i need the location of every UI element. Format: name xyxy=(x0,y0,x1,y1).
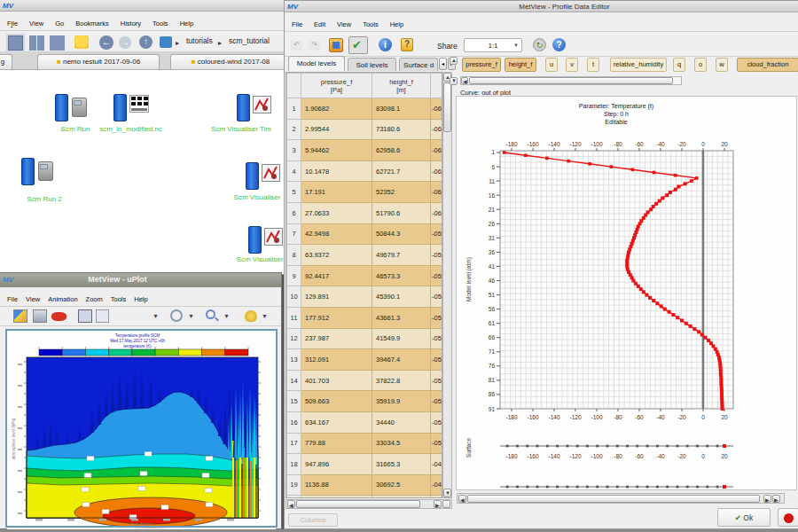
svg-text:81: 81 xyxy=(489,377,496,383)
svg-text:-160: -160 xyxy=(527,141,538,147)
svg-text:-120: -120 xyxy=(569,453,581,459)
svg-text:-160: -160 xyxy=(527,414,538,420)
svg-text:36: 36 xyxy=(489,249,496,255)
svg-text:-140: -140 xyxy=(548,453,559,459)
svg-text:16: 16 xyxy=(489,192,496,199)
svg-text:31: 31 xyxy=(489,235,496,241)
svg-text:-100: -100 xyxy=(591,141,602,147)
svg-text:20: 20 xyxy=(721,414,728,420)
svg-text:21: 21 xyxy=(489,207,496,213)
svg-text:56: 56 xyxy=(489,306,496,312)
svg-text:-180: -180 xyxy=(505,453,517,459)
svg-text:-120: -120 xyxy=(569,141,581,147)
svg-text:-20: -20 xyxy=(677,141,686,147)
svg-text:0: 0 xyxy=(701,141,705,147)
svg-text:-20: -20 xyxy=(677,414,686,420)
svg-text:-140: -140 xyxy=(548,414,559,420)
svg-text:20: 20 xyxy=(721,141,728,147)
svg-text:-100: -100 xyxy=(591,453,602,459)
svg-text:51: 51 xyxy=(489,292,496,298)
svg-text:Model level (atm): Model level (atm) xyxy=(466,257,473,301)
svg-text:-80: -80 xyxy=(614,414,622,420)
svg-text:26: 26 xyxy=(489,221,496,227)
svg-text:-100: -100 xyxy=(591,414,602,420)
svg-text:1: 1 xyxy=(491,149,495,155)
svg-text:-40: -40 xyxy=(656,453,665,459)
svg-text:-120: -120 xyxy=(569,414,581,420)
svg-text:-160: -160 xyxy=(527,453,538,459)
svg-text:-40: -40 xyxy=(656,414,665,420)
svg-text:6: 6 xyxy=(491,164,495,170)
svg-text:0: 0 xyxy=(701,414,705,420)
svg-text:-180: -180 xyxy=(505,414,517,420)
svg-text:Wed 17 May 2017 12 UTC +0h: Wed 17 May 2017 12 UTC +0h xyxy=(110,339,166,343)
svg-text:-40: -40 xyxy=(656,141,665,147)
svg-text:41: 41 xyxy=(489,263,496,270)
svg-text:71: 71 xyxy=(489,348,496,355)
svg-text:46: 46 xyxy=(489,278,496,284)
svg-text:Surface: Surface xyxy=(466,437,472,458)
svg-text:-60: -60 xyxy=(635,141,644,147)
svg-text:-140: -140 xyxy=(548,141,559,147)
svg-text:76: 76 xyxy=(489,363,496,369)
svg-text:-60: -60 xyxy=(635,453,644,459)
svg-text:atmosphere level (hPa): atmosphere level (hPa) xyxy=(12,418,16,459)
svg-text:86: 86 xyxy=(489,391,496,397)
svg-text:-20: -20 xyxy=(677,453,686,459)
svg-text:temperature (K): temperature (K) xyxy=(123,344,152,348)
svg-text:61: 61 xyxy=(489,320,496,326)
svg-text:-80: -80 xyxy=(614,141,622,147)
svg-text:91: 91 xyxy=(489,406,496,412)
svg-text:20: 20 xyxy=(721,453,728,459)
svg-text:Temperature profile SCM: Temperature profile SCM xyxy=(115,333,160,338)
svg-text:11: 11 xyxy=(489,178,495,184)
svg-text:-180: -180 xyxy=(505,141,517,147)
svg-text:Editable: Editable xyxy=(605,119,627,125)
svg-text:-80: -80 xyxy=(614,453,622,459)
svg-text:-60: -60 xyxy=(635,414,644,420)
svg-text:time (hours): time (hours) xyxy=(131,522,153,527)
svg-text:0: 0 xyxy=(701,453,705,459)
svg-text:Step: 0 h: Step: 0 h xyxy=(604,111,629,118)
svg-text:Parameter: Temperature (t): Parameter: Temperature (t) xyxy=(579,103,653,110)
svg-text:66: 66 xyxy=(489,334,496,340)
